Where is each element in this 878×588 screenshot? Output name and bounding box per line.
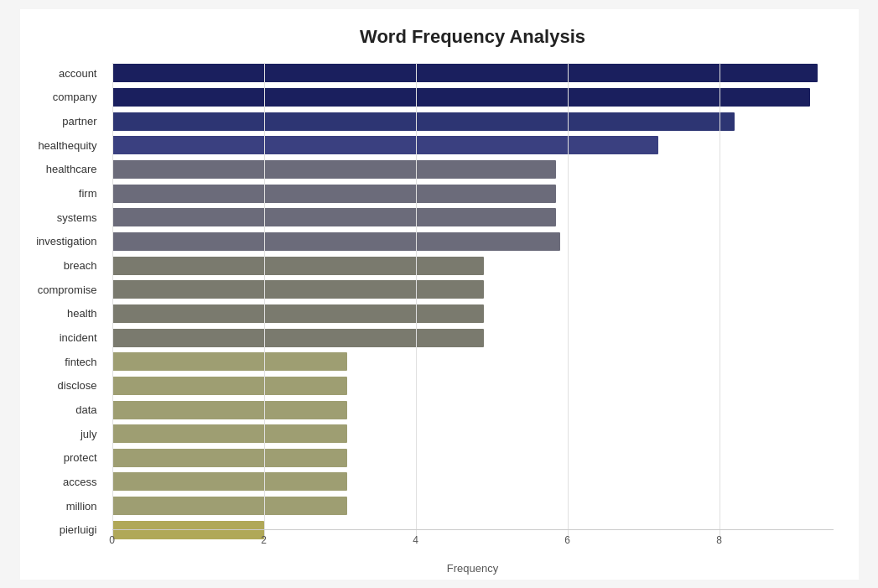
bar-label: breach — [13, 259, 106, 272]
bar-label: disclose — [13, 379, 106, 392]
bar-label: firm — [13, 187, 106, 200]
bar — [112, 449, 348, 467]
bar — [112, 160, 557, 179]
bar — [112, 112, 735, 131]
bar — [112, 280, 485, 299]
bar-label: partner — [13, 115, 106, 127]
bar-row: million — [112, 495, 834, 517]
x-axis: 02468 Frequency — [112, 529, 834, 575]
bar — [112, 401, 348, 419]
bar-label: company — [13, 91, 106, 103]
bar — [112, 185, 557, 203]
bar-track: company — [112, 86, 834, 108]
bar — [112, 232, 560, 251]
x-tick-label: 4 — [413, 534, 418, 546]
bar-row: breach — [112, 255, 834, 277]
bar-row: company — [112, 86, 834, 108]
bars-wrapper: accountcompanypartnerhealthequityhealthc… — [112, 63, 834, 541]
bar-label: investigation — [13, 235, 106, 247]
bar — [112, 88, 811, 107]
bar-track: million — [112, 495, 834, 517]
bar-track: health — [112, 303, 834, 325]
bar-track: disclose — [112, 375, 834, 397]
bar-label: july — [13, 428, 106, 440]
bar — [112, 257, 485, 275]
bar — [112, 472, 348, 491]
bar-label: account — [13, 67, 106, 80]
bar-track: investigation — [112, 231, 834, 252]
bar-label: health — [13, 307, 106, 320]
bar — [112, 329, 485, 347]
bar-row: partner — [112, 111, 834, 133]
bar-label: access — [13, 476, 106, 488]
bar-row: account — [112, 63, 834, 85]
bar-track: healthcare — [112, 159, 834, 180]
x-axis-label: Frequency — [112, 562, 834, 575]
bar-label: million — [13, 500, 106, 513]
bar-label: healthcare — [13, 163, 106, 175]
bar-track: july — [112, 423, 834, 445]
bar — [112, 64, 818, 82]
bar — [112, 136, 659, 154]
chart-area: accountcompanypartnerhealthequityhealthc… — [112, 63, 834, 541]
bar — [112, 208, 557, 226]
bar-row: compromise — [112, 278, 834, 300]
chart-container: Word Frequency Analysis accountcompanypa… — [20, 9, 859, 580]
bar-row: systems — [112, 206, 834, 228]
bar-row: health — [112, 303, 834, 325]
bar-label: incident — [13, 331, 106, 344]
bar-track: compromise — [112, 278, 834, 300]
bar-track: breach — [112, 255, 834, 277]
bar — [112, 352, 348, 371]
bar-row: july — [112, 423, 834, 445]
bar-label: systems — [13, 211, 106, 224]
bar-track: protect — [112, 447, 834, 469]
bar-row: investigation — [112, 231, 834, 252]
x-tick-label: 0 — [109, 534, 115, 546]
bar-row: healthcare — [112, 159, 834, 180]
bar-row: protect — [112, 447, 834, 469]
bar-label: pierluigi — [13, 523, 106, 536]
bar-row: fintech — [112, 351, 834, 372]
bar-label: healthequity — [13, 139, 106, 152]
x-axis-ticks: 02468 — [112, 530, 834, 547]
bar-label: protect — [13, 451, 106, 464]
bar — [112, 424, 348, 443]
bar-track: data — [112, 399, 834, 421]
bar — [112, 497, 348, 515]
bar-track: incident — [112, 327, 834, 349]
bar-row: incident — [112, 327, 834, 349]
chart-title: Word Frequency Analysis — [112, 26, 834, 48]
bar-row: disclose — [112, 375, 834, 397]
bar-label: compromise — [13, 284, 106, 296]
bar-track: access — [112, 471, 834, 493]
bar-track: systems — [112, 206, 834, 228]
x-tick-label: 2 — [261, 534, 267, 546]
bar — [112, 377, 348, 395]
x-tick-label: 8 — [716, 534, 722, 546]
bar-row: healthequity — [112, 134, 834, 156]
bar-row: firm — [112, 183, 834, 205]
bar-track: partner — [112, 111, 834, 133]
bar-label: data — [13, 403, 106, 416]
x-tick-label: 6 — [564, 534, 570, 546]
bar-track: account — [112, 63, 834, 85]
bar-row: data — [112, 399, 834, 421]
bar-track: fintech — [112, 351, 834, 372]
bar-track: healthequity — [112, 134, 834, 156]
bar-track: firm — [112, 183, 834, 205]
bar-label: fintech — [13, 356, 106, 368]
bar-row: access — [112, 471, 834, 493]
bar — [112, 304, 485, 323]
